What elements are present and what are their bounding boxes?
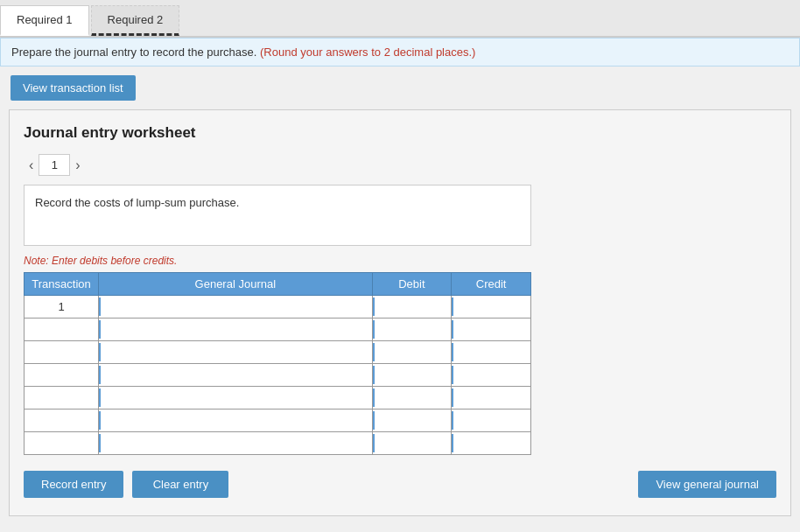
table-row (25, 432, 531, 455)
debit-input[interactable] (373, 366, 452, 384)
credit-cell[interactable] (452, 364, 531, 387)
debit-cell[interactable] (372, 387, 452, 410)
debit-input[interactable] (373, 411, 452, 430)
table-row (25, 318, 531, 341)
transaction-cell (25, 387, 99, 410)
general-journal-input[interactable] (99, 434, 371, 452)
debit-input[interactable] (373, 320, 452, 339)
action-buttons: Record entry Clear entry View general jo… (24, 471, 776, 498)
description-box: Record the costs of lump-sum purchase. (24, 185, 531, 246)
worksheet-container: Journal entry worksheet ‹ 1 › Record the… (9, 109, 791, 516)
general-journal-input[interactable] (99, 320, 371, 339)
instruction-bar: Prepare the journal entry to record the … (0, 38, 800, 66)
credit-input[interactable] (452, 388, 530, 407)
transaction-cell: 1 (25, 296, 99, 318)
col-header-general-journal: General Journal (99, 273, 372, 296)
credit-cell[interactable] (452, 296, 531, 318)
credit-cell[interactable] (452, 318, 531, 341)
journal-table: Transaction General Journal Debit Credit… (24, 272, 531, 455)
table-row (25, 364, 531, 387)
credit-input[interactable] (452, 366, 530, 384)
col-header-credit: Credit (452, 273, 531, 296)
table-row (25, 341, 531, 364)
tab-required2[interactable]: Required 2 (91, 5, 180, 36)
credit-input[interactable] (452, 298, 530, 316)
current-page: 1 (39, 154, 70, 176)
credit-input[interactable] (452, 411, 530, 430)
general-journal-input[interactable] (99, 388, 371, 407)
general-journal-input[interactable] (99, 298, 371, 316)
debit-input[interactable] (373, 343, 452, 361)
transaction-cell (25, 410, 99, 432)
col-header-transaction: Transaction (25, 273, 99, 296)
tabs-container: Required 1 Required 2 (0, 0, 800, 38)
general-journal-cell[interactable] (99, 410, 372, 432)
credit-input[interactable] (452, 320, 530, 339)
debit-cell[interactable] (372, 341, 452, 364)
general-journal-cell[interactable] (99, 296, 372, 318)
credit-input[interactable] (452, 343, 530, 361)
debit-input[interactable] (373, 388, 452, 407)
table-row: 1 (25, 296, 531, 318)
credit-cell[interactable] (452, 432, 531, 455)
general-journal-cell[interactable] (99, 341, 372, 364)
table-row (25, 387, 531, 410)
note-text: Note: Enter debits before credits. (24, 255, 776, 267)
transaction-cell (25, 318, 99, 341)
general-journal-cell[interactable] (99, 364, 372, 387)
debit-cell[interactable] (372, 410, 452, 432)
debit-cell[interactable] (372, 432, 452, 455)
credit-cell[interactable] (452, 410, 531, 432)
view-general-journal-button[interactable]: View general journal (638, 471, 776, 498)
general-journal-cell[interactable] (99, 318, 372, 341)
col-header-debit: Debit (372, 273, 452, 296)
general-journal-cell[interactable] (99, 387, 372, 410)
debit-cell[interactable] (372, 364, 452, 387)
prev-page-arrow[interactable]: ‹ (24, 158, 39, 173)
general-journal-input[interactable] (99, 343, 371, 361)
tab-required1[interactable]: Required 1 (0, 5, 89, 36)
tab-nav: ‹ 1 › (24, 154, 776, 176)
general-journal-input[interactable] (99, 366, 371, 384)
credit-cell[interactable] (452, 387, 531, 410)
view-transaction-list-button[interactable]: View transaction list (11, 75, 136, 101)
credit-input[interactable] (452, 434, 530, 452)
general-journal-input[interactable] (99, 411, 371, 430)
transaction-cell (25, 432, 99, 455)
general-journal-cell[interactable] (99, 432, 372, 455)
clear-entry-button[interactable]: Clear entry (132, 471, 228, 498)
credit-cell[interactable] (452, 341, 531, 364)
debit-cell[interactable] (372, 296, 452, 318)
debit-input[interactable] (373, 298, 452, 316)
transaction-cell (25, 364, 99, 387)
table-row (25, 410, 531, 432)
debit-cell[interactable] (372, 318, 452, 341)
next-page-arrow[interactable]: › (70, 158, 85, 173)
record-entry-button[interactable]: Record entry (24, 471, 123, 498)
debit-input[interactable] (373, 434, 452, 452)
transaction-cell (25, 341, 99, 364)
worksheet-title: Journal entry worksheet (24, 124, 776, 142)
